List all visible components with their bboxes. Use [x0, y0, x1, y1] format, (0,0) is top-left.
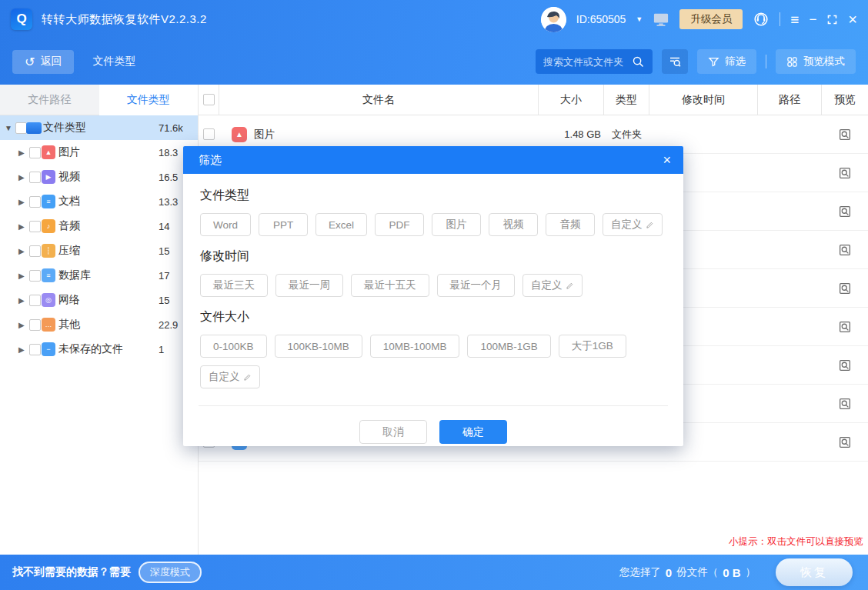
- breadcrumb: 文件类型: [92, 55, 135, 68]
- menu-icon[interactable]: ≡: [790, 12, 799, 27]
- chip-custom-size[interactable]: 自定义: [200, 365, 260, 388]
- preview-icon[interactable]: [822, 205, 868, 218]
- maximize-button[interactable]: [826, 14, 838, 25]
- chip-100kb-10mb[interactable]: 100KB-10MB: [275, 335, 362, 358]
- user-id: ID:650505: [576, 13, 626, 25]
- tree-item-checkbox[interactable]: [29, 295, 41, 306]
- tab-file-type[interactable]: 文件类型: [99, 85, 199, 115]
- pencil-icon: [243, 373, 252, 382]
- tree-item-checkbox[interactable]: [29, 172, 41, 183]
- chip-pdf[interactable]: PDF: [375, 213, 424, 236]
- chip-image[interactable]: 图片: [432, 213, 481, 236]
- tree-item-checkbox[interactable]: [29, 319, 41, 331]
- tree-item-label: 文档: [58, 195, 80, 208]
- chip-excel[interactable]: Excel: [315, 213, 367, 236]
- tree-item-checkbox[interactable]: [29, 270, 41, 282]
- dialog-close-icon[interactable]: ×: [663, 153, 671, 167]
- tree-item-document[interactable]: ▶ ≡ 文档 13.3: [0, 189, 198, 214]
- preview-icon[interactable]: [822, 166, 868, 180]
- deep-mode-button[interactable]: 深度模式: [139, 562, 202, 583]
- caret-right-icon[interactable]: ▶: [18, 272, 25, 280]
- chip-10mb-100mb[interactable]: 10MB-100MB: [370, 335, 460, 358]
- user-dropdown-icon[interactable]: ▼: [636, 15, 643, 23]
- chip-word[interactable]: Word: [200, 213, 251, 236]
- minimize-button[interactable]: −: [809, 13, 816, 26]
- tree-item-network[interactable]: ▶ ◎ 网络 15: [0, 288, 198, 312]
- tree-item-checkbox[interactable]: [29, 147, 41, 158]
- chip-100mb-1gb[interactable]: 100MB-1GB: [467, 335, 550, 358]
- avatar[interactable]: [541, 7, 566, 32]
- preview-icon[interactable]: [822, 282, 868, 295]
- chip-custom-type[interactable]: 自定义: [603, 213, 663, 236]
- chip-audio[interactable]: 音频: [546, 213, 595, 236]
- chip-gt-1gb[interactable]: 大于1GB: [559, 335, 626, 358]
- app-window: Q 转转大师数据恢复软件V2.2.3.2 ID:650505 ▼ 升级会员: [0, 0, 868, 590]
- chip-ppt[interactable]: PPT: [259, 213, 308, 236]
- caret-right-icon[interactable]: ▶: [18, 222, 25, 231]
- caret-right-icon[interactable]: ▶: [18, 198, 25, 206]
- cancel-button[interactable]: 取消: [359, 420, 427, 444]
- tree-item-checkbox[interactable]: [29, 245, 41, 257]
- tree-item-count: 1: [159, 344, 164, 355]
- preview-icon[interactable]: [822, 128, 868, 142]
- tree-item-archive[interactable]: ▶ ┆ 压缩 15: [0, 238, 198, 263]
- tree-item-image[interactable]: ▶ ▲ 图片 18.3: [0, 140, 198, 165]
- chip-video[interactable]: 视频: [489, 213, 538, 236]
- preview-icon[interactable]: [822, 397, 868, 411]
- caret-right-icon[interactable]: ▶: [18, 321, 25, 329]
- chip-custom-mtime[interactable]: 自定义: [522, 274, 583, 297]
- tree-root-file-type[interactable]: ▼ 文件类型 71.6k: [0, 115, 198, 140]
- row-checkbox[interactable]: [203, 128, 215, 140]
- tree-item-label: 网络: [58, 293, 80, 307]
- tree-item-count: 16.5: [159, 172, 178, 183]
- filter-button[interactable]: 筛选: [697, 49, 756, 74]
- search-icon[interactable]: [632, 55, 645, 68]
- chip-last-15-days[interactable]: 最近十五天: [351, 274, 429, 297]
- preview-icon[interactable]: [822, 435, 868, 449]
- tab-file-path[interactable]: 文件路径: [0, 85, 99, 115]
- column-preview: 预览: [822, 85, 868, 115]
- monitor-icon[interactable]: [653, 12, 669, 27]
- dialog-title: 筛选: [199, 153, 222, 168]
- search-box[interactable]: [536, 49, 653, 74]
- tree-item-unsaved[interactable]: ▶ − 未保存的文件 1: [0, 337, 198, 362]
- caret-right-icon[interactable]: ▶: [18, 345, 25, 354]
- tree-item-database[interactable]: ▶ ≡ 数据库 17: [0, 263, 198, 288]
- chip-last-week[interactable]: 最近一周: [275, 274, 343, 297]
- recover-button[interactable]: 恢复: [776, 558, 853, 586]
- tree-item-video[interactable]: ▶ ▶ 视频 16.5: [0, 165, 198, 189]
- caret-right-icon[interactable]: ▶: [18, 296, 25, 305]
- chip-custom-label: 自定义: [531, 278, 563, 292]
- tree-item-checkbox[interactable]: [29, 221, 41, 232]
- close-button[interactable]: ×: [848, 12, 857, 27]
- caret-down-icon[interactable]: ▼: [5, 124, 12, 132]
- video-icon: ▶: [42, 170, 55, 184]
- upgrade-member-button[interactable]: 升级会员: [679, 9, 743, 29]
- search-input[interactable]: [543, 56, 632, 68]
- pencil-icon: [566, 282, 574, 290]
- chip-0-100kb[interactable]: 0-100KB: [200, 335, 267, 358]
- caret-right-icon[interactable]: ▶: [18, 247, 25, 255]
- chip-last-month[interactable]: 最近一个月: [437, 274, 516, 297]
- list-search-button[interactable]: [662, 49, 688, 74]
- caret-right-icon[interactable]: ▶: [18, 173, 25, 182]
- image-icon: ▲: [232, 127, 247, 142]
- preview-icon[interactable]: [822, 243, 868, 257]
- confirm-button[interactable]: 确定: [439, 420, 507, 444]
- titlebar-divider: [780, 12, 780, 26]
- caret-right-icon[interactable]: ▶: [18, 148, 25, 157]
- back-button[interactable]: ↺ 返回: [12, 50, 74, 74]
- customer-service-icon[interactable]: [753, 11, 770, 28]
- select-all-checkbox[interactable]: [203, 94, 215, 105]
- tree-item-checkbox[interactable]: [29, 196, 41, 208]
- preview-icon[interactable]: [822, 358, 868, 372]
- tree-root-checkbox[interactable]: [15, 122, 27, 134]
- tree-item-other[interactable]: ▶ … 其他 22.9: [0, 312, 198, 337]
- tree-item-audio[interactable]: ▶ ♪ 音频 14: [0, 214, 198, 238]
- preview-icon[interactable]: [822, 320, 868, 334]
- tree-root-count: 71.6k: [159, 122, 183, 134]
- chip-last-3-days[interactable]: 最近三天: [200, 274, 268, 297]
- tree-item-label: 视频: [58, 170, 80, 184]
- preview-mode-button[interactable]: 预览模式: [776, 49, 856, 74]
- tree-item-checkbox[interactable]: [29, 344, 41, 355]
